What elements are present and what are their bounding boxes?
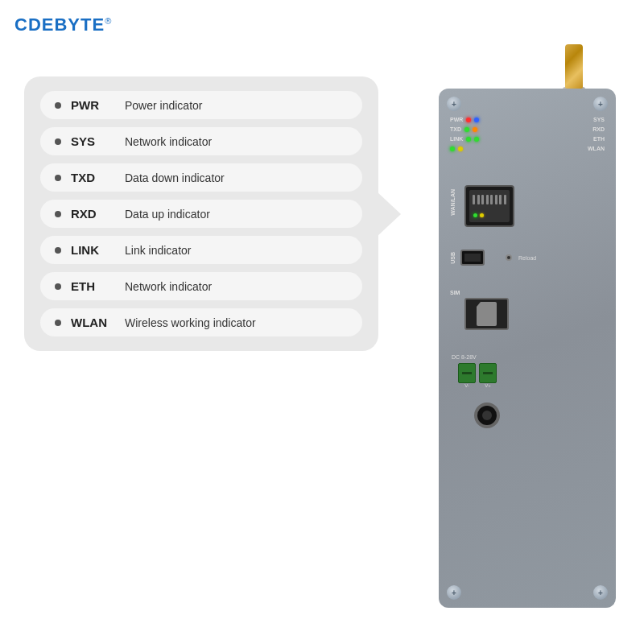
pwr-label: PWR [71, 98, 115, 112]
terminal-vminus: V- [458, 363, 476, 388]
pwr-led-red [466, 118, 471, 122]
led-wlan-group: WLAN [588, 146, 605, 151]
dc-jack-inner [482, 411, 492, 420]
led-link-group: LINK [450, 136, 479, 142]
eth-pin-3 [481, 195, 484, 204]
rxd-desc: Data up indicator [125, 208, 210, 221]
vminus-label: V- [458, 383, 476, 388]
led-rxd-group: RXD [592, 126, 605, 132]
reload-label: Reload [518, 255, 536, 261]
eth-pin-7 [499, 195, 502, 204]
wlan-led-2 [458, 147, 463, 151]
link-dot [55, 247, 61, 254]
link-label: LINK [71, 243, 115, 257]
txd-dot [55, 175, 61, 181]
pwr-dot [55, 102, 61, 109]
led-wlan-left [450, 147, 463, 151]
screw-bottom-left [447, 585, 461, 600]
txd-led-label: TXD [450, 126, 461, 132]
ethernet-port-inner [469, 190, 510, 222]
pwr-led-label: PWR [450, 117, 463, 122]
eth-pin-2 [477, 195, 480, 204]
usb-port-area: USB Reload [450, 250, 605, 266]
eth-pin-4 [486, 195, 489, 204]
screw-bottom-right [593, 585, 608, 600]
eth-desc: Network indicator [125, 280, 212, 293]
indicator-row-rxd: RXD Data up indicator [40, 200, 362, 228]
power-terminal-area: DC 8-28V V- V+ [450, 354, 605, 388]
power-label: DC 8-28V [452, 354, 477, 360]
power-label-text: DC 8-28V [452, 354, 605, 360]
rxd-dot [55, 211, 61, 217]
wan-lan-port-area: WAN/LAN [450, 185, 605, 227]
sim-label: SIM [450, 290, 605, 295]
wlan-led-label: WLAN [588, 146, 605, 151]
eth-pin-8 [504, 195, 506, 204]
usb-label: USB [450, 252, 456, 264]
indicator-row-txd: TXD Data down indicator [40, 163, 362, 192]
sim-slot [464, 298, 509, 330]
device-body: PWR SYS TXD RXD [439, 89, 616, 608]
eth-pin-6 [495, 195, 497, 204]
led-sys-group: SYS [593, 117, 605, 122]
led-row-3: LINK ETH [450, 136, 605, 142]
terminal-screw-vplus [479, 363, 497, 383]
led-pwr-group: PWR [450, 117, 479, 122]
wan-lan-label: WAN/LAN [450, 189, 456, 216]
link-led-2 [474, 137, 479, 142]
usb-port [460, 250, 485, 266]
led-row-1: PWR SYS [450, 117, 605, 122]
screw-top-right [593, 97, 608, 111]
link-led-1 [466, 137, 471, 142]
eth-led-label: ETH [593, 136, 605, 142]
ethernet-port [464, 185, 514, 227]
terminal-screw-vminus [458, 363, 476, 383]
rxd-label: RXD [71, 207, 115, 221]
sim-card-icon [477, 302, 497, 326]
eth-led-yellow [480, 213, 484, 217]
eth-led-green [473, 213, 477, 217]
wlan-dot [55, 320, 61, 326]
wlan-desc: Wireless working indicator [125, 316, 256, 329]
logo-text: CDEBYTE [14, 14, 105, 35]
vplus-label: V+ [479, 383, 497, 388]
screw-top-left [447, 97, 461, 111]
wlan-led-1 [450, 147, 455, 151]
device-illustration: PWR SYS TXD RXD [439, 44, 616, 608]
indicator-row-pwr: PWR Power indicator [40, 91, 362, 119]
terminal-block: V- V+ [458, 363, 605, 388]
logo: CDEBYTE® [14, 14, 112, 35]
indicator-row-link: LINK Link indicator [40, 236, 362, 264]
indicator-row-wlan: WLAN Wireless working indicator [40, 308, 362, 336]
terminal-vplus: V+ [479, 363, 497, 388]
indicator-panel: PWR Power indicator SYS Network indicato… [24, 76, 378, 351]
pwr-desc: Power indicator [125, 99, 203, 112]
led-row-2: TXD RXD [450, 126, 605, 132]
sim-slot-area: SIM [450, 290, 605, 330]
sys-label: SYS [71, 134, 115, 148]
led-eth-group: ETH [593, 136, 605, 142]
indicator-row-sys: SYS Network indicator [40, 127, 362, 155]
link-led-label: LINK [450, 136, 463, 142]
eth-dot [55, 283, 61, 290]
led-txd-group: TXD [450, 126, 477, 132]
indicator-row-eth: ETH Network indicator [40, 272, 362, 300]
ethernet-pins [472, 195, 507, 204]
txd-led-1 [464, 127, 469, 132]
eth-label: ETH [71, 279, 115, 293]
logo-trademark: ® [105, 16, 112, 26]
txd-label: TXD [71, 171, 115, 184]
antenna-body [565, 44, 583, 89]
sys-desc: Network indicator [125, 135, 212, 148]
sys-led-label: SYS [593, 117, 605, 122]
eth-pin-1 [473, 195, 475, 204]
dc-jack [474, 402, 500, 428]
reload-button[interactable] [506, 254, 512, 261]
wlan-label: WLAN [71, 316, 115, 329]
pwr-led-blue [474, 118, 479, 122]
led-row-4: WLAN [450, 146, 605, 151]
sys-dot [55, 138, 61, 145]
txd-led-2 [473, 127, 477, 132]
link-desc: Link indicator [125, 244, 192, 257]
dc-jack-area [450, 402, 605, 428]
